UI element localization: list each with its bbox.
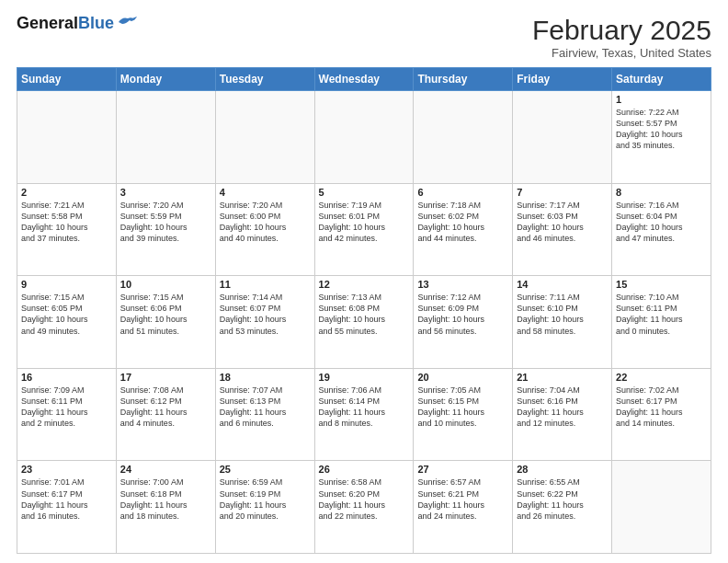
calendar-cell xyxy=(612,461,711,554)
day-number: 1 xyxy=(616,94,707,105)
day-info: Sunrise: 7:07 AM Sunset: 6:13 PM Dayligh… xyxy=(220,385,311,430)
logo-text: GeneralBlue xyxy=(17,15,114,33)
day-number: 27 xyxy=(417,464,508,475)
day-info: Sunrise: 7:14 AM Sunset: 6:07 PM Dayligh… xyxy=(220,292,311,337)
day-number: 22 xyxy=(616,372,707,383)
calendar-cell: 2Sunrise: 7:21 AM Sunset: 5:58 PM Daylig… xyxy=(17,183,117,276)
calendar-cell xyxy=(215,91,314,184)
calendar-cell: 15Sunrise: 7:10 AM Sunset: 6:11 PM Dayli… xyxy=(612,276,711,369)
day-number: 17 xyxy=(120,372,211,383)
day-info: Sunrise: 7:17 AM Sunset: 6:03 PM Dayligh… xyxy=(517,200,608,245)
day-info: Sunrise: 6:58 AM Sunset: 6:20 PM Dayligh… xyxy=(319,477,410,522)
calendar-cell: 9Sunrise: 7:15 AM Sunset: 6:05 PM Daylig… xyxy=(17,276,117,369)
day-number: 6 xyxy=(417,187,508,198)
calendar-cell xyxy=(116,91,215,184)
month-title: February 2025 xyxy=(532,15,711,46)
calendar-cell: 14Sunrise: 7:11 AM Sunset: 6:10 PM Dayli… xyxy=(513,276,612,369)
day-number: 24 xyxy=(120,464,211,475)
weekday-header-row: Sunday Monday Tuesday Wednesday Thursday… xyxy=(17,68,711,91)
header-friday: Friday xyxy=(513,68,612,91)
calendar-cell: 23Sunrise: 7:01 AM Sunset: 6:17 PM Dayli… xyxy=(17,461,117,554)
day-info: Sunrise: 7:16 AM Sunset: 6:04 PM Dayligh… xyxy=(616,200,707,245)
day-number: 13 xyxy=(417,279,508,290)
day-info: Sunrise: 7:12 AM Sunset: 6:09 PM Dayligh… xyxy=(417,292,508,337)
calendar-cell xyxy=(17,91,117,184)
calendar-cell: 7Sunrise: 7:17 AM Sunset: 6:03 PM Daylig… xyxy=(513,183,612,276)
day-number: 11 xyxy=(220,279,311,290)
day-number: 9 xyxy=(21,279,112,290)
calendar-cell: 6Sunrise: 7:18 AM Sunset: 6:02 PM Daylig… xyxy=(414,183,513,276)
day-number: 21 xyxy=(517,372,608,383)
day-info: Sunrise: 7:02 AM Sunset: 6:17 PM Dayligh… xyxy=(616,385,707,430)
day-info: Sunrise: 7:20 AM Sunset: 5:59 PM Dayligh… xyxy=(120,200,211,245)
day-info: Sunrise: 7:18 AM Sunset: 6:02 PM Dayligh… xyxy=(417,200,508,245)
day-number: 18 xyxy=(220,372,311,383)
calendar-cell: 3Sunrise: 7:20 AM Sunset: 5:59 PM Daylig… xyxy=(116,183,215,276)
calendar-week-3: 16Sunrise: 7:09 AM Sunset: 6:11 PM Dayli… xyxy=(17,368,711,461)
day-info: Sunrise: 7:00 AM Sunset: 6:18 PM Dayligh… xyxy=(120,477,211,522)
calendar-cell: 17Sunrise: 7:08 AM Sunset: 6:12 PM Dayli… xyxy=(116,368,215,461)
title-area: February 2025 Fairview, Texas, United St… xyxy=(532,15,711,60)
day-number: 19 xyxy=(319,372,410,383)
calendar-cell xyxy=(513,91,612,184)
day-info: Sunrise: 7:06 AM Sunset: 6:14 PM Dayligh… xyxy=(319,385,410,430)
calendar-cell: 18Sunrise: 7:07 AM Sunset: 6:13 PM Dayli… xyxy=(215,368,314,461)
day-number: 20 xyxy=(417,372,508,383)
calendar-week-1: 2Sunrise: 7:21 AM Sunset: 5:58 PM Daylig… xyxy=(17,183,711,276)
calendar-cell: 12Sunrise: 7:13 AM Sunset: 6:08 PM Dayli… xyxy=(314,276,414,369)
calendar-cell: 19Sunrise: 7:06 AM Sunset: 6:14 PM Dayli… xyxy=(314,368,414,461)
calendar-cell xyxy=(414,91,513,184)
calendar-cell: 5Sunrise: 7:19 AM Sunset: 6:01 PM Daylig… xyxy=(314,183,414,276)
day-number: 14 xyxy=(517,279,608,290)
logo-blue: Blue xyxy=(78,14,114,32)
day-info: Sunrise: 6:57 AM Sunset: 6:21 PM Dayligh… xyxy=(417,477,508,522)
day-info: Sunrise: 7:20 AM Sunset: 6:00 PM Dayligh… xyxy=(220,200,311,245)
day-info: Sunrise: 7:21 AM Sunset: 5:58 PM Dayligh… xyxy=(21,200,112,245)
day-number: 28 xyxy=(517,464,608,475)
calendar-cell: 16Sunrise: 7:09 AM Sunset: 6:11 PM Dayli… xyxy=(17,368,117,461)
calendar-cell: 24Sunrise: 7:00 AM Sunset: 6:18 PM Dayli… xyxy=(116,461,215,554)
calendar-cell: 13Sunrise: 7:12 AM Sunset: 6:09 PM Dayli… xyxy=(414,276,513,369)
logo: GeneralBlue xyxy=(17,15,137,33)
day-number: 12 xyxy=(319,279,410,290)
logo-general: General xyxy=(17,14,78,32)
day-number: 2 xyxy=(21,187,112,198)
day-info: Sunrise: 6:59 AM Sunset: 6:19 PM Dayligh… xyxy=(220,477,311,522)
day-number: 4 xyxy=(220,187,311,198)
calendar-cell: 1Sunrise: 7:22 AM Sunset: 5:57 PM Daylig… xyxy=(612,91,711,184)
day-info: Sunrise: 7:15 AM Sunset: 6:05 PM Dayligh… xyxy=(21,292,112,337)
day-info: Sunrise: 7:04 AM Sunset: 6:16 PM Dayligh… xyxy=(517,385,608,430)
calendar: Sunday Monday Tuesday Wednesday Thursday… xyxy=(17,67,711,554)
day-info: Sunrise: 7:08 AM Sunset: 6:12 PM Dayligh… xyxy=(120,385,211,430)
day-number: 3 xyxy=(120,187,211,198)
day-info: Sunrise: 7:11 AM Sunset: 6:10 PM Dayligh… xyxy=(517,292,608,337)
day-info: Sunrise: 7:09 AM Sunset: 6:11 PM Dayligh… xyxy=(21,385,112,430)
day-number: 15 xyxy=(616,279,707,290)
header: GeneralBlue February 2025 Fairview, Texa… xyxy=(17,15,711,60)
day-number: 10 xyxy=(120,279,211,290)
calendar-cell: 25Sunrise: 6:59 AM Sunset: 6:19 PM Dayli… xyxy=(215,461,314,554)
calendar-week-4: 23Sunrise: 7:01 AM Sunset: 6:17 PM Dayli… xyxy=(17,461,711,554)
calendar-cell: 8Sunrise: 7:16 AM Sunset: 6:04 PM Daylig… xyxy=(612,183,711,276)
day-number: 25 xyxy=(220,464,311,475)
day-number: 5 xyxy=(319,187,410,198)
day-info: Sunrise: 6:55 AM Sunset: 6:22 PM Dayligh… xyxy=(517,477,608,522)
day-info: Sunrise: 7:05 AM Sunset: 6:15 PM Dayligh… xyxy=(417,385,508,430)
calendar-cell: 4Sunrise: 7:20 AM Sunset: 6:00 PM Daylig… xyxy=(215,183,314,276)
day-number: 8 xyxy=(616,187,707,198)
calendar-cell xyxy=(314,91,414,184)
day-info: Sunrise: 7:13 AM Sunset: 6:08 PM Dayligh… xyxy=(319,292,410,337)
calendar-cell: 20Sunrise: 7:05 AM Sunset: 6:15 PM Dayli… xyxy=(414,368,513,461)
page: GeneralBlue February 2025 Fairview, Texa… xyxy=(0,0,728,563)
calendar-cell: 22Sunrise: 7:02 AM Sunset: 6:17 PM Dayli… xyxy=(612,368,711,461)
calendar-week-0: 1Sunrise: 7:22 AM Sunset: 5:57 PM Daylig… xyxy=(17,91,711,184)
header-wednesday: Wednesday xyxy=(314,68,414,91)
header-sunday: Sunday xyxy=(17,68,117,91)
day-info: Sunrise: 7:22 AM Sunset: 5:57 PM Dayligh… xyxy=(616,107,707,152)
day-number: 23 xyxy=(21,464,112,475)
day-number: 26 xyxy=(319,464,410,475)
calendar-week-2: 9Sunrise: 7:15 AM Sunset: 6:05 PM Daylig… xyxy=(17,276,711,369)
day-number: 16 xyxy=(21,372,112,383)
calendar-cell: 21Sunrise: 7:04 AM Sunset: 6:16 PM Dayli… xyxy=(513,368,612,461)
header-thursday: Thursday xyxy=(414,68,513,91)
